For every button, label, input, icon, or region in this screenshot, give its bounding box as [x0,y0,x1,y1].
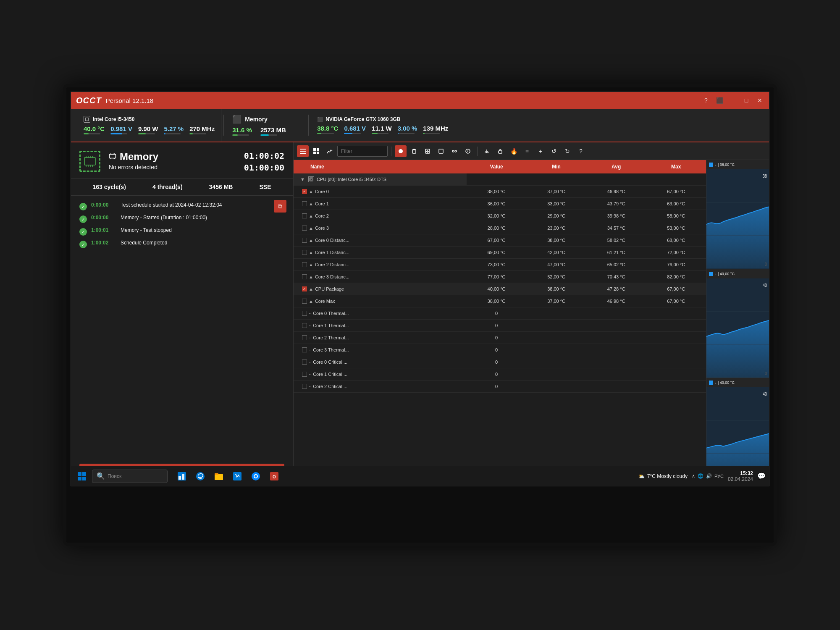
table-row[interactable]: ▲ Core 0 Distanc... 67,00 °C 38,00 °C 58… [294,234,706,247]
export-button[interactable] [422,145,433,157]
table-row[interactable]: ✓ ▲ Core 0 38,00 °C 37,00 °C 46,98 °C [294,186,706,198]
row-checkbox-13[interactable] [302,347,307,352]
row-value-7: 77,00 °C [467,271,527,283]
row-checkbox-16[interactable] [302,384,307,389]
row-name-14: Core 0 Critical ... [313,360,347,365]
row-icon-8: ▲ [309,286,313,291]
row-checkbox-7[interactable] [302,274,307,279]
table-row[interactable]: ✓ ▲ CPU Package 40,00 °C 38,00 °C 47,28 … [294,283,706,295]
row-checkbox-0[interactable]: ✓ [302,189,307,194]
row-value-2: 32,00 °C [467,210,527,222]
row-avg-11 [586,320,646,332]
clipboard-button[interactable] [408,145,420,157]
table-row[interactable]: ··· Core 2 Critical ... 0 [294,381,706,393]
chart-widget-1: ↓ | 38,00 °C [706,160,769,269]
row-checkbox-6[interactable] [302,262,307,267]
notification-button[interactable]: 💬 [757,472,766,480]
row-checkbox-11[interactable] [302,323,307,328]
col-max: Max [646,160,706,173]
task-manager-app[interactable] [173,468,190,485]
svg-rect-58 [178,476,181,480]
notes-app[interactable] [247,468,264,485]
row-checkbox-14[interactable] [302,360,307,365]
row-checkbox-15[interactable] [302,372,307,377]
explorer-app[interactable] [210,468,227,485]
row-checkbox-10[interactable] [302,311,307,316]
download-button[interactable] [481,145,493,157]
charts-panel: ↓ | 38,00 °C [706,160,769,486]
table-row[interactable]: ··· Core 1 Critical ... 0 [294,368,706,381]
table-row[interactable]: ▲ Core 3 Distanc... 77,00 °C 52,00 °C 70… [294,271,706,283]
record-button[interactable] [395,145,407,157]
equals-button[interactable]: = [521,145,533,157]
lock-button[interactable] [494,145,506,157]
table-row[interactable]: ··· Core 2 Thermal... 0 [294,332,706,344]
tray-arrow[interactable]: ∧ [692,473,695,479]
maximize-button[interactable]: □ [742,96,751,105]
table-row[interactable]: ··· Core 1 Thermal... 0 [294,320,706,332]
row-checkbox-8[interactable]: ✓ [302,286,307,291]
minimize-button[interactable]: — [729,96,737,105]
gpu-load: 3.00 % [398,125,417,134]
row-checkbox-3[interactable] [302,226,307,231]
row-avg-14 [586,356,646,368]
gpu-section: ⬛ NVIDIA GeForce GTX 1060 3GB 38.8 °C 0.… [311,109,454,142]
occt-app[interactable]: O [266,468,283,485]
table-row[interactable]: ▲ Core 1 Distanc... 69,00 °C 42,00 °C 61… [294,247,706,259]
search-icon: 🔍 [97,472,105,480]
table-row[interactable]: ▲ Core 2 32,00 °C 29,00 °C 39,98 °C 58,0… [294,210,706,222]
row-checkbox-4[interactable] [302,238,307,243]
add-button[interactable]: + [535,145,546,157]
row-avg-2: 39,98 °C [586,210,646,222]
svg-text:0: 0 [765,371,767,376]
table-row[interactable]: ··· Core 3 Thermal... 0 [294,344,706,356]
svg-rect-62 [215,473,218,475]
taskbar-apps: O [173,468,283,485]
table-row[interactable]: ▲ Core 1 36,00 °C 33,00 °C 43,79 °C 63,0… [294,198,706,210]
help-button[interactable]: ? [702,96,710,105]
clock-time: 15:32 [728,470,753,476]
row-avg-15 [586,368,646,381]
svg-rect-22 [317,148,319,151]
config-button[interactable] [435,145,447,157]
row-checkbox-12[interactable] [302,335,307,340]
view-chart-button[interactable] [324,145,336,157]
row-checkbox-5[interactable] [302,250,307,255]
row-max-10 [646,307,706,320]
copy-log-button[interactable]: ⧉ [274,200,286,213]
group-header-row[interactable]: ▼ CPU [#0]: Intel Core i5-3450: DTS [294,173,706,186]
filter-input[interactable] [337,146,388,157]
store-app[interactable] [229,468,246,485]
cpu-volt: 0.981 V [110,125,132,134]
start-button[interactable] [74,468,89,485]
view-list-button[interactable] [297,145,309,157]
help-toolbar-button[interactable]: ? [575,145,587,157]
memory-label: Memory [245,116,268,123]
row-checkbox-1[interactable] [302,201,307,206]
row-name-9: Core Max [315,299,335,304]
log-icon-2: ✓ [79,215,87,223]
info-button-2[interactable] [462,145,474,157]
redo-button[interactable]: ↻ [562,145,573,157]
row-min-4: 38,00 °C [526,234,586,247]
fire-button[interactable]: 🔥 [508,145,520,157]
row-checkbox-9[interactable] [302,299,307,304]
close-button[interactable]: ✕ [756,96,764,105]
svg-text:O: O [273,475,276,479]
edge-app[interactable] [192,468,209,485]
table-row[interactable]: ▲ Core 3 28,00 °C 23,00 °C 34,57 °C 53,0… [294,222,706,234]
view-grid-button[interactable] [310,145,322,157]
test-header: Memory No errors detected 01:00:02 01:00… [71,142,293,178]
group-toggle-icon[interactable]: ▼ [300,177,305,182]
screenshot-button[interactable]: ⬛ [715,96,724,105]
table-row[interactable]: ▲ Core Max 38,00 °C 37,00 °C 46,98 °C 67… [294,295,706,307]
row-checkbox-2[interactable] [302,213,307,218]
link-button[interactable] [449,145,460,157]
search-bar[interactable]: 🔍 Поиск [92,470,168,483]
undo-button[interactable]: ↺ [548,145,560,157]
table-row[interactable]: ▲ Core 2 Distanc... 73,00 °C 47,00 °C 65… [294,259,706,271]
table-row[interactable]: ··· Core 0 Critical ... 0 [294,356,706,368]
chart-icon-1 [709,163,713,167]
table-row[interactable]: ··· Core 0 Thermal... 0 [294,307,706,320]
weather-text: 7°C Mostly cloudy [647,473,688,479]
